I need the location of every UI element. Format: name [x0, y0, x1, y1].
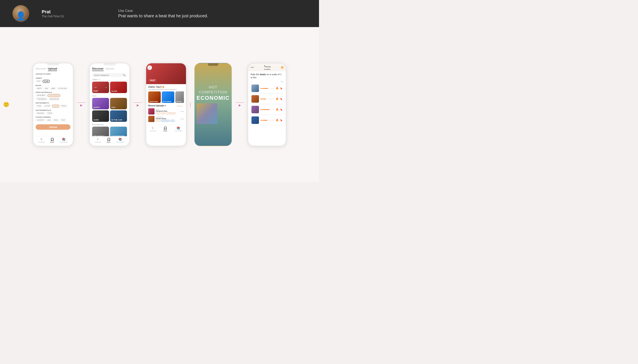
- mood-card-true[interactable]: True Faithful: [162, 92, 174, 103]
- tag-rock[interactable]: ROCK: [53, 119, 59, 122]
- tag-country[interactable]: COUNTRY: [36, 119, 45, 122]
- rate-slider-1[interactable]: [260, 88, 274, 89]
- tab-upload-2[interactable]: Upload: [105, 67, 114, 71]
- tag-turntables[interactable]: TURNTABLES: [36, 98, 48, 100]
- mic-icon-3: 🎙: [151, 126, 154, 130]
- economic-text: ECONOMIC: [197, 95, 230, 101]
- tag-sequencer[interactable]: SEQUENCER: [48, 98, 60, 100]
- tag-synthesizer[interactable]: SYNTHESIZER: [47, 94, 61, 97]
- cat-happy[interactable]: HAPPY: [92, 98, 109, 109]
- cat-fast[interactable]: → FAST: [92, 82, 109, 93]
- cat-hard[interactable]: HARD: [92, 110, 109, 122]
- hero-label: FAST: [148, 79, 157, 82]
- tab-item-library-2[interactable]: 📚 Your Library: [116, 138, 124, 143]
- prod-label: Prod Materials: [36, 92, 71, 93]
- mood-card-not[interactable]: The Not...: [175, 92, 184, 103]
- tab-item-beats-1[interactable]: 🎧 Beats: [50, 138, 54, 143]
- tag-fast-1[interactable]: FAST: [156, 112, 160, 114]
- library-icon-2: 📚: [118, 138, 122, 141]
- upload-info-2: u/handsnet Off the Dome FAST DRUM BEAT J…: [156, 116, 179, 122]
- tag-jazz-2[interactable]: JAZZ: [170, 120, 175, 122]
- cat-drum-beat[interactable]: DRUM BEAT: [92, 126, 109, 136]
- headphones-icon: 🎧: [51, 138, 54, 141]
- tag-hard[interactable]: HARD: [50, 87, 57, 90]
- charts-subtitle: The highest rated FAST beats to freestyl…: [148, 89, 184, 90]
- tag-sad-1[interactable]: SAD: [161, 112, 165, 114]
- instrumentals-tags: MASHUPS TOPS0: [36, 112, 71, 114]
- cat-synthesizer[interactable]: SYNTHESIZER: [110, 126, 127, 136]
- cat-in-the-car[interactable]: IN THE CAR: [110, 110, 127, 122]
- recent-title: Recent Uploads ••: [148, 104, 166, 107]
- search-icon: 🔍: [123, 74, 125, 76]
- scale-low: 1: [251, 81, 252, 82]
- fusion-label: Fusion Genres: [36, 116, 71, 118]
- fusion-section: Fusion Genres COUNTRY JAZZ ROCK TRAP: [36, 116, 71, 122]
- connector-2: ▶: [134, 102, 142, 107]
- phone-4-competition: HOT COMPETITION ECONOMIC: [194, 63, 232, 146]
- tab-label-favorites-2: Favorites: [95, 142, 101, 143]
- tag-trap[interactable]: TRAP: [60, 119, 66, 122]
- library-icon-3: 📚: [177, 126, 180, 130]
- tag-fast[interactable]: FAST: [36, 80, 42, 83]
- bookmark-icon-1[interactable]: 🔖: [280, 87, 283, 90]
- tab-item-favorites-3[interactable]: 🎙 Favorites: [150, 126, 156, 132]
- tab-item-library-3[interactable]: 📚 Use Library: [175, 126, 182, 132]
- tab-label-library: Your Library: [60, 142, 68, 143]
- tag-piano[interactable]: PIANO: [36, 104, 43, 108]
- header: Prat The Full-Time DJ Use Case Prat want…: [0, 0, 319, 27]
- mood-cards-row: Liquid Death True Faithful The Not...: [148, 92, 184, 103]
- bookmark-icon-4[interactable]: 🔖: [280, 119, 283, 122]
- rate-slider-4[interactable]: [260, 120, 274, 120]
- phone-4-notch: [195, 63, 232, 68]
- back-button[interactable]: ←: [147, 66, 152, 70]
- tab-item-favorites-2[interactable]: 🎙 Favorites: [95, 138, 101, 143]
- tab-item-favorites-1[interactable]: 🎙 Favorites: [39, 138, 45, 143]
- connector-4: ▶: [236, 102, 244, 107]
- rate-slider-2[interactable]: [260, 99, 274, 99]
- tag-drum-beat[interactable]: DRUM BEAT: [36, 94, 47, 97]
- tab-item-beats-2[interactable]: 🎧 Beats: [107, 138, 110, 143]
- tag-tops0[interactable]: TOPS0: [46, 112, 53, 114]
- upload-button[interactable]: Upload: [36, 124, 71, 130]
- upload-info-1: u/rap Pandora's Box FAST SAD SYNTHESIZER: [156, 109, 179, 114]
- phone-5-rate: 9:41 5FINGERSOF DEATH 📶 Rate the beats o…: [248, 63, 286, 146]
- tab-item-beats-3[interactable]: 🎧 Beats: [163, 126, 167, 132]
- upload-title-1: Pandora's Box: [156, 110, 179, 112]
- tab-discover-1[interactable]: Discover: [36, 67, 46, 71]
- phone-2-discover: Discover Upload 🔍 TEMPO ⏱ → FAST SLOW ♪: [89, 63, 130, 146]
- upload-user-1: u/rap: [156, 109, 179, 110]
- tag-pencil[interactable]: PENCIL: [60, 104, 68, 108]
- category-grid: → FAST SLOW ♪ Mood HAPPY SAD HARD IN THE…: [92, 82, 127, 136]
- tag-mashups[interactable]: MASHUPS: [36, 112, 46, 114]
- rate-slider-3[interactable]: [260, 109, 274, 110]
- phone-2-content: Discover Upload 🔍 TEMPO ⏱ → FAST SLOW ♪: [90, 63, 129, 146]
- tempo-section-label: TEMPO ⏱: [92, 79, 127, 80]
- tab-discover-2[interactable]: Discover: [92, 67, 104, 71]
- tag-drum-2[interactable]: DRUM BEAT: [161, 120, 170, 122]
- tag-synth-1[interactable]: SYNTHESIZER: [165, 112, 176, 114]
- phone-1-upload: Discover Upload ASSIGN FILTERS Tempo FAS…: [33, 63, 73, 146]
- cat-sad[interactable]: SAD: [110, 98, 127, 109]
- tag-guitar[interactable]: GUITAR: [43, 104, 51, 108]
- tag-slow[interactable]: SLOW: [43, 80, 50, 83]
- tab-item-library-1[interactable]: 📚 Your Library: [60, 138, 68, 143]
- tag-jazz[interactable]: JAZZ: [46, 119, 52, 122]
- cat-slow[interactable]: SLOW ♪: [110, 82, 127, 93]
- prod-section-label-2: Prod Materials: [92, 124, 127, 126]
- scale-labels: 1 fire.: [248, 81, 286, 82]
- tag-sad[interactable]: SAD: [44, 87, 49, 90]
- upload-title-2: Off the Dome: [156, 118, 179, 120]
- fire-icon-4: 🔥: [276, 119, 279, 122]
- bookmark-icon-2[interactable]: 🔖: [280, 98, 283, 100]
- tag-in-the-car[interactable]: IN THE CAR: [57, 87, 68, 90]
- tag-happy[interactable]: HAPPY: [36, 87, 43, 90]
- mood-card-liquid[interactable]: Liquid Death: [148, 92, 161, 103]
- search-input[interactable]: [94, 74, 122, 76]
- tag-flute[interactable]: FLUTE: [52, 104, 59, 108]
- see-all[interactable]: SEE ALL >: [177, 105, 184, 107]
- connector-1: ▶: [77, 102, 86, 107]
- tab-upload-1[interactable]: Upload: [48, 67, 57, 71]
- mood-section: Mood HAPPY SAD HARD IN THE CAR: [36, 84, 71, 90]
- tag-fast-2[interactable]: FAST: [156, 120, 160, 122]
- bookmark-icon-3[interactable]: 🔖: [280, 108, 283, 111]
